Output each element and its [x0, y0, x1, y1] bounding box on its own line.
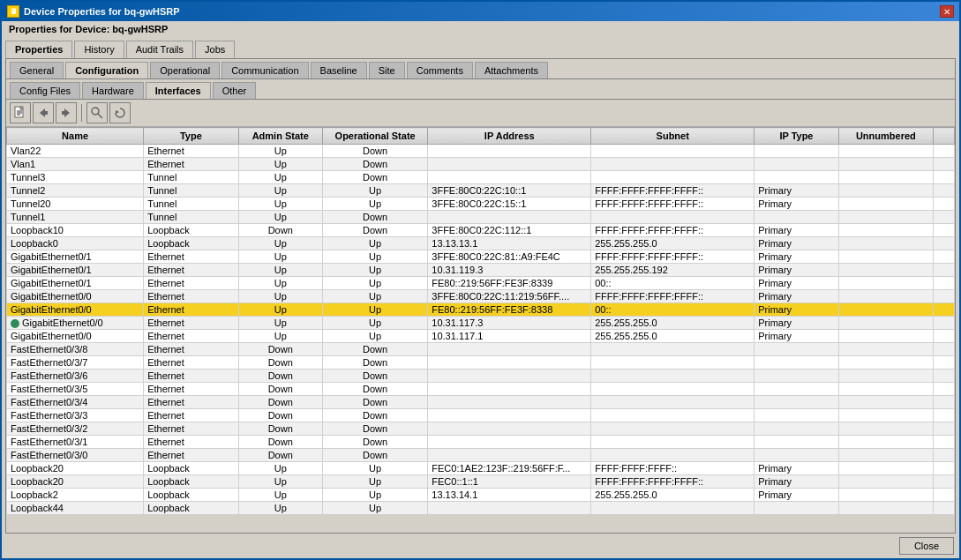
cell-unnumbered — [838, 462, 933, 475]
table-row[interactable]: Tunnel3TunnelUpDown — [7, 171, 955, 184]
cell-oper-state: Up — [322, 290, 427, 303]
close-window-button[interactable]: ✕ — [940, 5, 954, 18]
col-header-type[interactable]: Type — [144, 128, 238, 145]
tab-comments[interactable]: Comments — [407, 62, 473, 78]
col-header-ip-address[interactable]: IP Address — [428, 128, 591, 145]
col-header-subnet[interactable]: Subnet — [591, 128, 755, 145]
table-container[interactable]: Name Type Admin State Operational State … — [6, 127, 955, 533]
table-row[interactable]: GigabitEthernet0/1EthernetUpUp3FFE:80C0:… — [7, 250, 955, 264]
table-row[interactable]: Vlan22EthernetUpDown — [7, 145, 955, 158]
cell-admin-state: Up — [238, 158, 322, 171]
table-row[interactable]: Vlan1EthernetUpDown — [7, 158, 955, 171]
cell-unnumbered — [838, 343, 933, 356]
cell-subnet: 255.255.255.0 — [591, 330, 755, 343]
close-button[interactable]: Close — [899, 537, 954, 555]
tab-baseline[interactable]: Baseline — [311, 62, 367, 78]
tab-jobs[interactable]: Jobs — [195, 41, 235, 58]
col-header-ip-type[interactable]: IP Type — [755, 128, 838, 145]
cell-unnumbered — [838, 383, 933, 396]
table-row[interactable]: FastEthernet0/3/6EthernetDownDown — [7, 370, 955, 383]
tab-general[interactable]: General — [10, 62, 64, 78]
tab-interfaces[interactable]: Interfaces — [146, 82, 211, 99]
table-row[interactable]: FastEthernet0/3/0EthernetDownDown — [7, 449, 955, 462]
table-row[interactable]: Loopback20LoopbackUpUpFEC0::1::1FFFF:FFF… — [7, 475, 955, 489]
table-row[interactable]: Loopback20LoopbackUpUpFEC0:1AE2:123F::21… — [7, 462, 955, 475]
table-row[interactable]: Loopback10LoopbackDownDown3FFE:80C0:22C:… — [7, 224, 955, 237]
tab-site[interactable]: Site — [369, 62, 405, 78]
tab-history[interactable]: History — [74, 41, 124, 58]
cell-unnumbered — [838, 422, 933, 436]
table-row[interactable]: Loopback0LoopbackUpUp13.13.13.1255.255.2… — [7, 237, 955, 250]
tab-properties[interactable]: Properties — [5, 41, 72, 58]
cell-admin-state: Down — [238, 343, 322, 356]
table-row[interactable]: GigabitEthernet0/0EthernetUpUp3FFE:80C0:… — [7, 290, 955, 303]
col-header-name[interactable]: Name — [7, 128, 144, 145]
toolbar — [6, 100, 955, 127]
cell-unnumbered — [838, 489, 933, 502]
cell-type: Ethernet — [144, 250, 238, 264]
svg-rect-6 — [44, 111, 48, 115]
cell-ip-address: 13.13.13.1 — [428, 237, 591, 250]
cell-type: Ethernet — [144, 290, 238, 303]
cell-oper-state: Up — [322, 330, 427, 343]
table-row[interactable]: FastEthernet0/3/2EthernetDownDown — [7, 422, 955, 436]
table-row[interactable]: GigabitEthernet0/0EthernetUpUpFE80::219:… — [7, 303, 955, 317]
tab-hardware[interactable]: Hardware — [82, 82, 144, 99]
col-header-oper-state[interactable]: Operational State — [322, 128, 427, 145]
table-row[interactable]: Loopback44LoopbackUpUp — [7, 502, 955, 515]
table-row[interactable]: FastEthernet0/3/4EthernetDownDown — [7, 396, 955, 409]
cell-oper-state: Down — [322, 224, 427, 237]
tab-audit-trails[interactable]: Audit Trails — [126, 41, 193, 58]
cell-subnet: FFFF:FFFF:FFFF:FFFF:: — [591, 198, 755, 211]
cell-extra — [934, 277, 955, 290]
tab-attachments[interactable]: Attachments — [475, 62, 548, 78]
cell-oper-state: Up — [322, 264, 427, 277]
table-row[interactable]: Tunnel1TunnelUpDown — [7, 211, 955, 224]
cell-oper-state: Up — [322, 277, 427, 290]
cell-name: Loopback20 — [7, 475, 144, 489]
table-row[interactable]: Loopback2LoopbackUpUp13.13.14.1255.255.2… — [7, 489, 955, 502]
table-row[interactable]: GigabitEthernet0/0EthernetUpUp10.31.117.… — [7, 317, 955, 330]
table-row[interactable]: FastEthernet0/3/8EthernetDownDown — [7, 343, 955, 356]
table-row[interactable]: FastEthernet0/3/3EthernetDownDown — [7, 409, 955, 422]
cell-oper-state: Up — [322, 317, 427, 330]
table-row[interactable]: GigabitEthernet0/1EthernetUpUp10.31.119.… — [7, 264, 955, 277]
table-row[interactable]: Tunnel20TunnelUpUp3FFE:80C0:22C:15::1FFF… — [7, 198, 955, 211]
filter-button[interactable] — [86, 102, 108, 123]
window-icon: 🖥 — [7, 5, 19, 18]
refresh-button[interactable] — [109, 102, 131, 123]
cell-ip-type: Primary — [755, 198, 838, 211]
table-row[interactable]: FastEthernet0/3/7EthernetDownDown — [7, 356, 955, 370]
table-row[interactable]: Tunnel2TunnelUpUp3FFE:80C0:22C:10::1FFFF… — [7, 184, 955, 198]
back-button[interactable] — [33, 102, 54, 123]
new-button[interactable] — [10, 102, 31, 123]
col-header-unnumbered[interactable]: Unnumbered — [838, 128, 933, 145]
cell-oper-state: Down — [322, 383, 427, 396]
tab-config-files[interactable]: Config Files — [10, 82, 80, 99]
table-row[interactable]: FastEthernet0/3/1EthernetDownDown — [7, 436, 955, 449]
cell-oper-state: Up — [322, 237, 427, 250]
cell-ip-type: Primary — [755, 317, 838, 330]
cell-type: Ethernet — [144, 343, 238, 356]
tab-operational[interactable]: Operational — [150, 62, 220, 78]
cell-unnumbered — [838, 317, 933, 330]
cell-admin-state: Up — [238, 250, 322, 264]
forward-button[interactable] — [56, 102, 77, 123]
cell-admin-state: Down — [238, 356, 322, 370]
cell-type: Ethernet — [144, 449, 238, 462]
cell-ip-address — [428, 502, 591, 515]
tab-other[interactable]: Other — [213, 82, 257, 99]
tab-content-area: General Configuration Operational Commun… — [5, 58, 956, 534]
cell-type: Ethernet — [144, 356, 238, 370]
interfaces-table: Name Type Admin State Operational State … — [6, 127, 955, 515]
tab-communication[interactable]: Communication — [221, 62, 308, 78]
window-title: Device Properties for bq-gwHSRP — [24, 6, 180, 17]
cell-name: Tunnel1 — [7, 211, 144, 224]
table-row[interactable]: FastEthernet0/3/5EthernetDownDown — [7, 383, 955, 396]
tab-configuration[interactable]: Configuration — [65, 62, 148, 78]
col-header-admin-state[interactable]: Admin State — [238, 128, 322, 145]
table-row[interactable]: GigabitEthernet0/0EthernetUpUp10.31.117.… — [7, 330, 955, 343]
table-row[interactable]: GigabitEthernet0/1EthernetUpUpFE80::219:… — [7, 277, 955, 290]
cell-type: Tunnel — [144, 211, 238, 224]
cell-ip-type — [755, 502, 838, 515]
